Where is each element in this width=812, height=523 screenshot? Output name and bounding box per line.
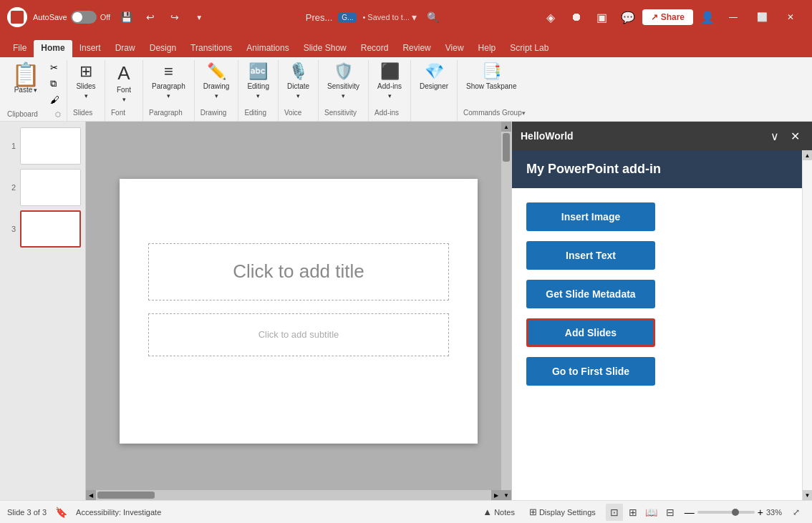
title-right-icons: ◈ ⏺ ▣ 💬 ↗ Share 👤 (539, 6, 719, 29)
zoom-slider[interactable] (697, 511, 755, 514)
addins-button[interactable]: ⬛ Add-ins ▾ (373, 60, 406, 106)
slide-num-2: 2 (4, 183, 16, 192)
reading-view-button[interactable]: 📖 (643, 504, 660, 521)
share-button[interactable]: ↗ Share (642, 9, 693, 25)
tab-scriptlab[interactable]: Script Lab (503, 40, 556, 57)
slide-title-placeholder[interactable]: Click to add title (148, 243, 449, 300)
tab-home[interactable]: Home (34, 40, 72, 57)
normal-view-button[interactable]: ⊡ (606, 504, 623, 521)
zoom-in-button[interactable]: + (758, 507, 763, 518)
add-slides-button[interactable]: Add Slides (526, 318, 655, 347)
slide-thumbnail-1[interactable] (20, 127, 81, 165)
task-pane-title: HelloWorld (521, 130, 574, 142)
insert-text-button[interactable]: Insert Text (526, 241, 655, 270)
tab-draw[interactable]: Draw (108, 40, 142, 57)
task-pane-close-button[interactable]: ✕ (786, 127, 803, 145)
sensitivity-label: Sensitivity (324, 107, 357, 119)
file-name: Pres... (306, 12, 333, 23)
profile-icon[interactable]: 👤 (696, 6, 719, 29)
fit-to-window-button[interactable]: ⤢ (788, 504, 805, 521)
accessibility-label[interactable]: Accessibility: Investigate (76, 508, 161, 517)
ribbon-expand-icon[interactable]: ▾ (522, 109, 526, 117)
sensitivity-group: 🛡️ Sensitivity ▾ Sensitivity (320, 60, 369, 121)
tab-design[interactable]: Design (142, 40, 183, 57)
task-pane-controls: ∨ ✕ (766, 127, 803, 145)
tab-slideshow[interactable]: Slide Show (296, 40, 354, 57)
tab-view[interactable]: View (438, 40, 471, 57)
slide-thumbnail-3[interactable] (20, 210, 81, 248)
cut-button[interactable]: ✂ (47, 60, 62, 75)
slide-num-1: 1 (4, 142, 16, 150)
editing-label: Editing (244, 107, 266, 119)
close-button[interactable]: ✕ (776, 3, 805, 31)
tab-help[interactable]: Help (471, 40, 503, 57)
scroll-thumb[interactable] (503, 133, 510, 162)
autosave-toggle[interactable] (71, 11, 97, 24)
task-pane-collapse-button[interactable]: ∨ (766, 127, 783, 145)
get-slide-metadata-button[interactable]: Get Slide Metadata (526, 280, 655, 308)
tab-insert[interactable]: Insert (72, 40, 108, 57)
redo-button[interactable]: ↪ (165, 7, 185, 27)
comments-icon[interactable]: 💬 (617, 6, 639, 29)
tp-scroll-down[interactable]: ▼ (803, 490, 812, 500)
zoom-level: 33% (766, 508, 782, 517)
tab-record[interactable]: Record (354, 40, 396, 57)
h-scroll-thumb[interactable] (97, 492, 155, 499)
tab-animations[interactable]: Animations (239, 40, 296, 57)
clipboard-expand-icon[interactable]: ⬡ (55, 111, 61, 118)
autosave-label: AutoSave (33, 13, 67, 21)
scroll-right-button[interactable]: ▶ (491, 490, 501, 500)
format-painter-button[interactable]: 🖌 (47, 92, 62, 107)
designer-button[interactable]: 💎 Designer (415, 60, 453, 106)
show-taskpane-button[interactable]: 📑 Show Taskpane (462, 60, 521, 106)
copy-button[interactable]: ⧉ (47, 76, 62, 92)
paste-button[interactable]: 📋 Paste ▾ (6, 60, 46, 107)
title-bar: AutoSave Off 💾 ↩ ↪ ▼ Pres... G... • Save… (0, 0, 812, 34)
tab-file[interactable]: File (6, 40, 34, 57)
slide-subtitle-placeholder[interactable]: Click to add subtitle (148, 313, 449, 356)
slide-thumbnail-2[interactable] (20, 169, 81, 206)
tab-review[interactable]: Review (395, 40, 438, 57)
restore-button[interactable]: ⬜ (748, 3, 776, 31)
zoom-out-button[interactable]: — (685, 507, 695, 518)
paragraph-label: Paragraph (149, 107, 183, 119)
tab-transitions[interactable]: Transitions (183, 40, 239, 57)
present-icon[interactable]: ▣ (591, 6, 614, 29)
insert-image-button[interactable]: Insert Image (526, 202, 655, 231)
display-settings-button[interactable]: ⊞ Display Settings (525, 505, 600, 519)
notes-button[interactable]: ▲ Notes (478, 505, 519, 519)
slide-info-icon[interactable]: 🔖 (55, 507, 67, 518)
diagram-icon[interactable]: ◈ (539, 6, 562, 29)
drawing-button[interactable]: ✏️ Drawing ▾ (199, 60, 234, 106)
scroll-down-button[interactable]: ▼ (501, 490, 511, 500)
tp-scroll-up[interactable]: ▲ (803, 150, 812, 160)
slides-group: ⊞ Slides ▾ Slides (69, 60, 105, 121)
window-controls: — ⬜ ✕ (719, 3, 805, 31)
canvas-area: Click to add title Click to add subtitle… (86, 122, 511, 500)
status-bar: Slide 3 of 3 🔖 Accessibility: Investigat… (0, 500, 812, 523)
go-to-first-slide-button[interactable]: Go to First Slide (526, 357, 655, 386)
scroll-left-button[interactable]: ◀ (86, 490, 96, 500)
tp-scroll-track (803, 160, 812, 490)
search-button[interactable]: 🔍 (422, 7, 443, 27)
grid-view-button[interactable]: ⊞ (624, 504, 642, 521)
record-icon[interactable]: ⏺ (565, 6, 588, 29)
editing-group: 🔤 Editing ▾ Editing (240, 60, 279, 121)
customize-button[interactable]: ▼ (189, 7, 209, 27)
slides-button[interactable]: ⊞ Slides ▾ (72, 60, 100, 106)
dictate-button[interactable]: 🎙️ Dictate ▾ (283, 60, 314, 106)
slide-thumb-row-2: 2 (4, 169, 81, 206)
sensitivity-button[interactable]: 🛡️ Sensitivity ▾ (323, 60, 364, 106)
editing-button[interactable]: 🔤 Editing ▾ (243, 60, 274, 106)
save-button[interactable]: 💾 (116, 7, 136, 27)
scroll-up-button[interactable]: ▲ (501, 122, 511, 132)
undo-button[interactable]: ↩ (140, 7, 160, 27)
slide-num-3: 3 (4, 225, 16, 233)
slide-info: Slide 3 of 3 (7, 508, 47, 517)
autosave-group: AutoSave Off (33, 11, 110, 24)
minimize-button[interactable]: — (719, 3, 748, 31)
font-button[interactable]: A Font ▾ (110, 60, 138, 106)
paragraph-button[interactable]: ≡ Paragraph ▾ (148, 60, 190, 106)
scroll-track (501, 132, 511, 490)
presenter-view-button[interactable]: ⊟ (662, 504, 679, 521)
